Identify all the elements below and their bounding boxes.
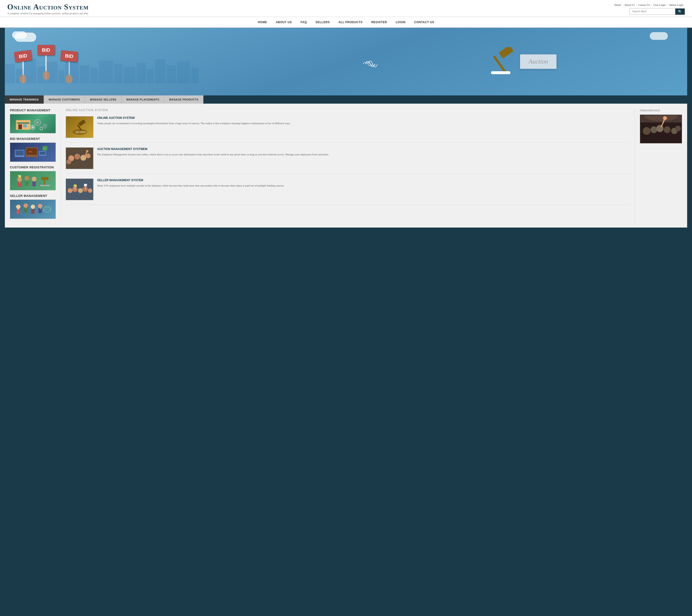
svg-rect-20 xyxy=(40,152,45,155)
article-2: AUCTION MANAGEMENT SYSTMEM The Employee … xyxy=(66,147,630,174)
svg-point-13 xyxy=(32,126,34,128)
svg-rect-1 xyxy=(493,55,506,72)
product-management-title: PRODUCT MANAGEMENT xyxy=(10,108,56,112)
site-title: Online Auction System xyxy=(7,2,89,12)
main-content: PRODUCT MANAGEMENT BID MANAGEMENT xyxy=(5,104,687,228)
top-link-contact[interactable]: Contact Us xyxy=(637,3,651,6)
tab-bar: MANAGE TRAININGS MANAGE CUSTOMERS MANAGE… xyxy=(5,95,687,104)
svg-rect-26 xyxy=(25,181,28,186)
tab-manage-customers[interactable]: MANAGE CUSTOMERS xyxy=(44,95,85,104)
svg-rect-33 xyxy=(44,179,45,186)
svg-text:TV: TV xyxy=(43,148,45,150)
svg-point-63 xyxy=(78,188,83,193)
svg-point-54 xyxy=(74,154,80,160)
gavel xyxy=(486,47,515,76)
search-button[interactable]: 🔍 xyxy=(675,8,685,15)
seller-management-title: SELLER MANAGEMENT xyxy=(10,194,56,198)
sound-waves xyxy=(358,54,377,75)
top-link-admin-login[interactable]: Admin Login xyxy=(667,3,685,6)
svg-rect-42 xyxy=(31,209,35,214)
svg-point-56 xyxy=(86,153,91,158)
article-3-image[interactable]: 69 xyxy=(66,178,93,200)
svg-text:AUCTION: AUCTION xyxy=(75,131,86,133)
nav-sellers[interactable]: SELLERS xyxy=(311,17,334,27)
article-1-image[interactable]: AUCTION xyxy=(66,116,93,138)
svg-point-41 xyxy=(31,205,35,209)
svg-point-75 xyxy=(664,126,671,133)
auction-text: Auction xyxy=(520,54,557,69)
svg-point-57 xyxy=(66,160,71,164)
svg-rect-28 xyxy=(33,182,36,186)
article-3-content: SELLER MANAGEMENT SYSTEM Many UW employe… xyxy=(97,178,284,200)
nav-register[interactable]: REGISTER xyxy=(367,17,391,27)
left-sidebar: PRODUCT MANAGEMENT BID MANAGEMENT xyxy=(10,108,61,222)
svg-point-27 xyxy=(31,176,37,182)
svg-point-35 xyxy=(16,205,21,209)
svg-rect-2 xyxy=(491,71,510,74)
nav-login[interactable]: LOGIN xyxy=(391,17,410,27)
svg-point-59 xyxy=(86,150,88,152)
logo-area: Online Auction System A complete solutio… xyxy=(7,2,89,15)
svg-rect-34 xyxy=(40,185,50,186)
svg-point-10 xyxy=(44,125,46,127)
svg-rect-4 xyxy=(17,123,29,124)
svg-rect-68 xyxy=(84,184,87,186)
nav-all-products[interactable]: ALL PRODUCTS xyxy=(334,17,367,27)
gavel-area: Auction xyxy=(356,47,687,76)
svg-text:69: 69 xyxy=(74,185,75,187)
svg-point-65 xyxy=(88,188,92,193)
top-right: Home | About Us | Contact Us | User Logi… xyxy=(613,3,685,15)
top-link-user-login[interactable]: User Login xyxy=(652,3,667,6)
tab-manage-trainings[interactable]: MANAGE TRAININGS xyxy=(5,95,44,104)
article-1: AUCTION ONLINE AUCTION SYSTEM Today peop… xyxy=(66,116,630,143)
svg-point-25 xyxy=(24,176,29,181)
nav-contact-us[interactable]: CONTACT US xyxy=(410,17,439,27)
svg-point-72 xyxy=(643,127,650,135)
top-link-home[interactable]: Home xyxy=(613,3,623,6)
bid-management-title: BID MANAGEMENT xyxy=(10,137,56,141)
tab-manage-products[interactable]: MANAGE PRODUCTS xyxy=(164,95,203,104)
top-link-about[interactable]: About Us xyxy=(623,3,636,6)
seller-management-image[interactable] xyxy=(10,199,56,219)
article-2-title: AUCTION MANAGEMENT SYSTMEM xyxy=(97,147,329,151)
ad-title: Adversitement xyxy=(640,108,682,112)
article-2-content: AUCTION MANAGEMENT SYSTMEM The Employee … xyxy=(97,147,329,169)
hero-banner: BID BID BID xyxy=(5,28,687,95)
search-bar: 🔍 xyxy=(629,8,685,15)
product-management-image[interactable] xyxy=(10,114,56,133)
svg-point-73 xyxy=(650,126,657,133)
article-2-text: The Employee Management System runs onli… xyxy=(97,152,329,157)
nav-bar: HOME ABOUT US FAQ SELLERS ALL PRODUCTS R… xyxy=(0,17,692,28)
center-content: ONLINE AUCTION SYSTEM AUCTION ONLINE AUC… xyxy=(61,108,635,222)
ad-image[interactable] xyxy=(640,114,682,144)
svg-rect-15 xyxy=(16,150,24,155)
right-sidebar: Adversitement xyxy=(635,108,682,222)
center-section-header: ONLINE AUCTION SYSTEM xyxy=(66,108,630,112)
site-subtitle: A complete solution for managing online … xyxy=(7,12,89,15)
article-3-title: SELLER MANAGEMENT SYSTEM xyxy=(97,178,284,182)
article-2-image[interactable] xyxy=(66,147,93,169)
search-input[interactable] xyxy=(629,8,675,15)
svg-rect-50 xyxy=(78,119,86,126)
article-1-title: ONLINE AUCTION SYSTEM xyxy=(97,116,291,120)
cloud-left-small xyxy=(12,31,26,39)
bid-management-image[interactable]: 50% TV xyxy=(10,143,56,162)
nav-about-us[interactable]: ABOUT US xyxy=(271,17,296,27)
customer-registration-title: CUSTOMER REGISTRATION xyxy=(10,166,56,169)
customer-registration-image[interactable]: $ xyxy=(10,171,56,190)
nav-faq[interactable]: FAQ xyxy=(296,17,311,27)
article-1-text: Today people are accustomed to accessing… xyxy=(97,121,291,126)
svg-text:50%: 50% xyxy=(28,151,33,153)
article-3-text: Many UW employees have multiple records … xyxy=(97,184,284,188)
svg-point-77 xyxy=(675,126,681,131)
top-links: Home | About Us | Contact Us | User Logi… xyxy=(613,3,685,6)
svg-point-61 xyxy=(68,188,72,193)
svg-rect-5 xyxy=(18,124,22,129)
svg-text:$: $ xyxy=(18,176,19,178)
tab-manage-sellers[interactable]: MANAGE SELLERS xyxy=(85,95,122,104)
tab-manage-placements[interactable]: MANAGE PLACEMENTS xyxy=(122,95,164,104)
article-1-content: ONLINE AUCTION SYSTEM Today people are a… xyxy=(97,116,291,138)
svg-point-8 xyxy=(37,121,39,124)
cloud-right xyxy=(650,32,668,40)
nav-home[interactable]: HOME xyxy=(253,17,271,27)
